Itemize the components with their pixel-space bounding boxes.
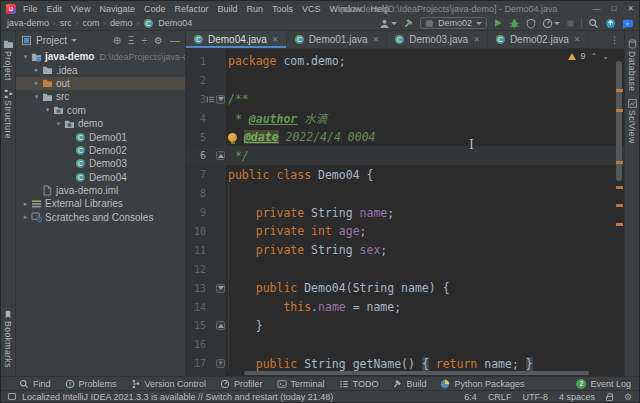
tree-item-demo[interactable]: ▾ demo — [16, 117, 185, 130]
code-line-5[interactable]: 5 @date 2022/4/4 0004 — [186, 128, 624, 147]
editor-tab-demo04-java[interactable]: C Demo04.java ✕ — [186, 31, 287, 48]
menu-run[interactable]: Run — [246, 4, 263, 14]
code-line-2[interactable]: 2 — [186, 71, 624, 90]
menu-refactor[interactable]: Refactor — [174, 4, 208, 14]
tree-chevron-icon[interactable]: ▸ — [21, 213, 30, 221]
menu-vcs[interactable]: VCS — [302, 4, 321, 14]
breadcrumb-item[interactable]: com — [82, 18, 99, 28]
code-line-7[interactable]: 7 public class Demo04 { — [186, 165, 624, 184]
read-only-lock-icon[interactable] — [606, 396, 613, 401]
code-line-1[interactable]: 1 package com.demo; — [186, 52, 624, 71]
code-line-15[interactable]: 15 } — [186, 316, 624, 335]
horizontal-scrollbar[interactable] — [244, 371, 589, 375]
tree-chevron-icon[interactable]: ▾ — [21, 53, 30, 61]
tool-window-button-find[interactable]: Find — [19, 379, 51, 389]
panel-settings-gear-icon[interactable]: ⚙ — [154, 35, 163, 46]
profiler-button[interactable] — [542, 18, 560, 29]
tool-window-button-problems[interactable]: Problems — [65, 379, 117, 389]
hidden-tabs-icon[interactable]: ⋮ — [605, 31, 624, 48]
project-panel-title[interactable]: Project — [36, 35, 67, 46]
code-editor[interactable]: 1 package com.demo; 2 3 /** 4 * @author … — [186, 49, 624, 376]
tree-chevron-icon[interactable]: ▸ — [32, 66, 41, 74]
line-number[interactable]: 13 — [186, 283, 206, 294]
line-number[interactable]: 10 — [186, 226, 206, 237]
inspections-widget[interactable]: 9 ⌃ ⌄ — [568, 51, 609, 61]
tab-close-icon[interactable]: ✕ — [272, 35, 279, 44]
tab-close-icon[interactable]: ✕ — [473, 35, 480, 44]
code-line-3[interactable]: 3 /** — [186, 90, 624, 109]
run-config-combo[interactable]: Demo02 — [420, 17, 487, 29]
fold-expand-icon[interactable]: + — [216, 359, 225, 368]
indent-setting[interactable]: 4 spaces — [559, 392, 595, 402]
event-log-button[interactable]: 2 Event Log — [576, 379, 631, 389]
tool-window-button-build[interactable]: Build — [392, 379, 426, 389]
tool-window-button-sciview[interactable]: SciView — [627, 99, 637, 144]
tab-close-icon[interactable]: ✕ — [574, 35, 581, 44]
warning-stripe-mark[interactable] — [616, 204, 623, 207]
tool-window-button-todo[interactable]: TODO — [339, 379, 379, 389]
tree-item-demo03[interactable]: C Demo03 — [16, 157, 185, 170]
tool-window-button-structure[interactable]: Structure — [3, 89, 13, 139]
tree-item-external-libraries[interactable]: ▸ External Libraries — [16, 197, 185, 210]
menu-code[interactable]: Code — [144, 4, 166, 14]
line-number[interactable]: 3 — [186, 94, 206, 105]
line-number[interactable]: 6 — [186, 150, 206, 161]
tool-window-button-terminal[interactable]: Terminal — [277, 379, 325, 389]
warning-stripe-mark[interactable] — [616, 223, 623, 226]
breadcrumb-item[interactable]: demo — [110, 18, 133, 28]
status-settings-gear-icon[interactable]: ⚙ — [624, 392, 632, 402]
prev-warning-icon[interactable]: ⌃ — [591, 52, 598, 61]
code-line-4[interactable]: 4 * @author 水滴 — [186, 109, 624, 128]
line-number[interactable]: 5 — [186, 132, 206, 143]
menu-view[interactable]: View — [71, 4, 90, 14]
menu-navigate[interactable]: Navigate — [99, 4, 135, 14]
line-number[interactable]: 14 — [186, 302, 206, 313]
tree-item-src[interactable]: ▾ src — [16, 90, 185, 103]
tool-window-button-python-packages[interactable]: Python Packages — [440, 379, 524, 389]
line-number[interactable]: 12 — [186, 264, 206, 275]
file-encoding[interactable]: UTF-8 — [522, 392, 548, 402]
warning-stripe-mark[interactable] — [616, 109, 623, 112]
code-line-14[interactable]: 14 this.name = name; — [186, 298, 624, 317]
fold-collapse-icon[interactable] — [216, 284, 225, 293]
line-number[interactable]: 15 — [186, 320, 206, 331]
tab-close-icon[interactable]: ✕ — [373, 35, 380, 44]
breadcrumb-item[interactable]: java-demo — [7, 18, 49, 28]
tree-item-java-demo-iml[interactable]: java-demo.iml — [16, 184, 185, 197]
line-number[interactable]: 11 — [186, 245, 206, 256]
intention-bulb-icon[interactable] — [228, 133, 237, 142]
menu-build[interactable]: Build — [217, 4, 237, 14]
next-warning-icon[interactable]: ⌄ — [602, 52, 609, 61]
close-button[interactable]: ✕ — [627, 4, 634, 13]
warning-stripe-mark[interactable] — [616, 161, 623, 164]
build-project-hammer-icon[interactable] — [403, 18, 414, 29]
breadcrumb-item[interactable]: src — [60, 18, 72, 28]
code-line-11[interactable]: 11 private String sex; — [186, 241, 624, 260]
tree-item-java-demo[interactable]: ▾ java-demo D:\IdeaProjects\java-demo — [16, 50, 185, 63]
tree-item-scratches-and-consoles[interactable]: ▸ Scratches and Consoles — [16, 211, 185, 224]
line-number[interactable]: 1 — [186, 56, 206, 67]
line-number[interactable]: 16 — [186, 339, 206, 350]
line-number[interactable]: 4 — [186, 113, 206, 124]
line-number[interactable]: 7 — [186, 169, 206, 180]
code-line-10[interactable]: 10 private int age; — [186, 222, 624, 241]
minimize-button[interactable]: — — [592, 4, 600, 13]
line-number[interactable]: 9 — [186, 207, 206, 218]
tree-chevron-icon[interactable]: ▸ — [32, 79, 41, 87]
coverage-button[interactable] — [526, 18, 536, 29]
search-everywhere-icon[interactable] — [588, 18, 599, 29]
maximize-button[interactable]: □ — [611, 4, 616, 13]
debug-button[interactable] — [509, 18, 520, 29]
tool-window-button-project[interactable]: Project — [3, 39, 14, 81]
tool-window-button-database[interactable]: Database — [627, 39, 637, 91]
code-line-12[interactable]: 12 — [186, 260, 624, 279]
tree-item-com[interactable]: ▾ com — [16, 104, 185, 117]
tree-item-demo04[interactable]: C Demo04 — [16, 171, 185, 184]
warning-stripe-mark[interactable] — [616, 186, 623, 189]
expand-options-icon[interactable]: ÷ — [142, 35, 148, 46]
warning-stripe-mark[interactable] — [616, 89, 623, 92]
locate-file-icon[interactable]: ⊕ — [113, 35, 121, 46]
tree-item-demo02[interactable]: C Demo02 — [16, 144, 185, 157]
menu-edit[interactable]: Edit — [47, 4, 63, 14]
update-available-icon[interactable] — [605, 18, 616, 29]
